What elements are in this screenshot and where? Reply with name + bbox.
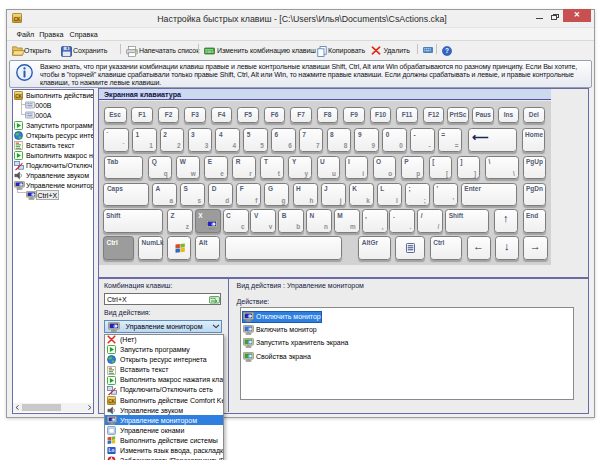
svg-text:CK: CK — [108, 398, 115, 403]
svg-text:Lo: Lo — [109, 448, 115, 453]
svg-text:?: ? — [445, 47, 449, 54]
svg-text:CK: CK — [14, 17, 21, 22]
svg-text:CK: CK — [15, 94, 22, 99]
